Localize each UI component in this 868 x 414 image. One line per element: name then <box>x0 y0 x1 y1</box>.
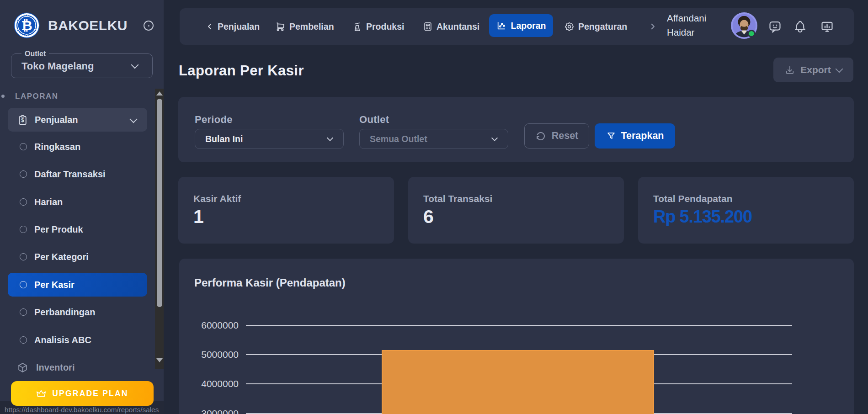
svg-text:₿: ₿ <box>21 18 32 33</box>
svg-text:$: $ <box>21 117 24 123</box>
